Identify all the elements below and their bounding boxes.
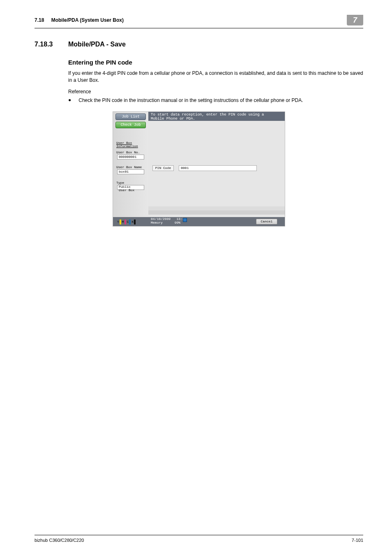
footer-product: bizhub C360/C280/C220 xyxy=(35,538,84,543)
device-screenshot: Job List Check Job To start data recepti… xyxy=(113,111,285,227)
bullet-dot-icon: ● xyxy=(68,97,71,104)
connection-icon xyxy=(183,218,187,222)
toner-m: M xyxy=(122,220,126,224)
header-left: 7.18 Mobile/PDA (System User Box) xyxy=(35,17,347,23)
type-label: Type xyxy=(116,181,124,185)
user-box-name-value: box01 xyxy=(117,169,144,174)
toner-k: K xyxy=(131,220,136,224)
toner-indicators: Y M C K xyxy=(117,220,136,224)
chapter-number-tab: 7 xyxy=(347,15,363,25)
header-section-title: Mobile/PDA (System User Box) xyxy=(51,17,124,23)
section-number: 7.18.3 xyxy=(35,41,68,48)
section-heading: 7.18.3 Mobile/PDA - Save xyxy=(35,41,363,48)
user-box-no-value: 000000001 xyxy=(117,155,144,160)
cancel-button[interactable]: Cancel xyxy=(256,219,277,224)
datetime-memory: 04/10/2009 13:33 Memory 99% xyxy=(151,217,186,225)
type-value: Public User Box xyxy=(117,185,144,190)
reference-label: Reference xyxy=(68,88,363,95)
job-list-button[interactable]: Job List xyxy=(115,113,146,120)
user-box-info-heading: User Box Information xyxy=(116,141,138,148)
body-paragraph: If you enter the 4-digit PIN code from a… xyxy=(68,70,363,84)
header-section-no: 7.18 xyxy=(35,17,44,23)
screenshot-left-panel xyxy=(113,112,148,226)
subsection-heading: Entering the PIN code xyxy=(68,59,363,66)
check-job-button[interactable]: Check Job xyxy=(115,122,146,128)
toner-y: Y xyxy=(117,220,121,224)
toner-c: C xyxy=(127,220,131,224)
screen-instruction: To start data reception, enter the PIN c… xyxy=(151,113,264,121)
footer-rule xyxy=(35,535,363,535)
user-box-name-label: User Box Name xyxy=(116,165,142,169)
footer-page: 7-101 xyxy=(352,538,363,543)
user-box-no-label: User Box No. xyxy=(116,150,140,154)
section-title: Mobile/PDA - Save xyxy=(68,41,126,48)
stripe-divider-1 xyxy=(148,206,285,210)
pin-code-value: 0001 xyxy=(179,165,257,171)
bullet-text: Check the PIN code in the instruction ma… xyxy=(78,97,363,104)
pin-code-label: PIN Code xyxy=(152,165,174,171)
screen-instruction-line2: Mobile Phone or PDA. xyxy=(151,117,195,121)
bullet-item: ● Check the PIN code in the instruction … xyxy=(68,97,363,104)
stripe-divider-2 xyxy=(148,210,285,215)
screen-instruction-line1: To start data reception, enter the PIN c… xyxy=(151,113,264,117)
page-footer: bizhub C360/C280/C220 7-101 xyxy=(35,535,363,543)
running-header: 7.18 Mobile/PDA (System User Box) 7 xyxy=(35,15,363,25)
header-rule xyxy=(35,28,363,28)
